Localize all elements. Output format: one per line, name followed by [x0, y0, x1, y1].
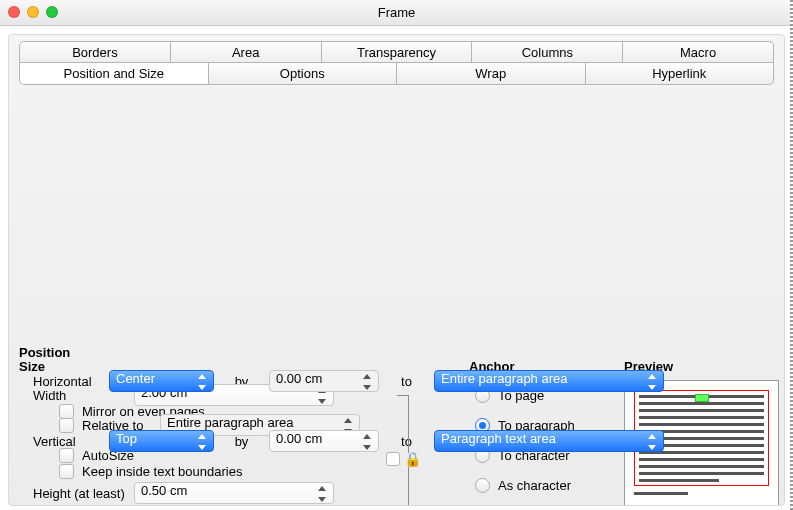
tab-options[interactable]: Options — [209, 63, 398, 85]
tab-macro[interactable]: Macro — [623, 41, 774, 63]
titlebar: Frame — [0, 0, 793, 26]
dialog-panel: Borders Area Transparency Columns Macro … — [8, 34, 785, 506]
v-to-select[interactable]: Paragraph text area — [434, 430, 664, 452]
keep-ratio-bracket: 🔒 — [389, 395, 417, 506]
anchor-as-character-label: As character — [498, 478, 571, 493]
tab-wrap[interactable]: Wrap — [397, 63, 586, 85]
tab-borders[interactable]: Borders — [19, 41, 171, 63]
tab-position-and-size[interactable]: Position and Size — [19, 63, 209, 85]
height-value: 0.50 cm — [141, 483, 187, 498]
v-by-field[interactable]: 0.00 cm — [269, 430, 379, 452]
lock-icon: 🔒 — [404, 451, 421, 467]
width-autosize-checkbox[interactable] — [59, 448, 74, 463]
chevron-updown-icon — [645, 373, 661, 391]
tab-columns[interactable]: Columns — [472, 41, 623, 63]
anchor-as-character-radio[interactable] — [475, 478, 490, 493]
h-by-field: 0.00 cm — [269, 370, 379, 392]
h-by-stepper — [360, 373, 376, 391]
tab-hyperlink[interactable]: Hyperlink — [586, 63, 775, 85]
chevron-updown-icon — [195, 373, 211, 391]
vertical-select[interactable]: Top — [109, 430, 214, 452]
chevron-updown-icon — [645, 433, 661, 451]
tab-area[interactable]: Area — [171, 41, 322, 63]
h-to-select[interactable]: Entire paragraph area — [434, 370, 664, 392]
height-stepper[interactable] — [315, 485, 331, 503]
keep-ratio-checkbox[interactable] — [386, 452, 400, 466]
preview-frame-marker — [695, 394, 709, 402]
mirror-checkbox[interactable] — [59, 404, 74, 419]
chevron-updown-icon — [195, 433, 211, 451]
width-relative-checkbox[interactable] — [59, 418, 74, 433]
tabbar-top: Borders Area Transparency Columns Macro — [19, 41, 774, 63]
window-title: Frame — [0, 0, 793, 26]
tab-transparency[interactable]: Transparency — [322, 41, 473, 63]
height-field[interactable]: 0.50 cm — [134, 482, 334, 504]
keep-inside-checkbox[interactable] — [59, 464, 74, 479]
tabbar-bottom: Position and Size Options Wrap Hyperlink — [19, 63, 774, 85]
v-by-stepper[interactable] — [360, 433, 376, 451]
height-label: Height (at least) — [19, 486, 134, 501]
horizontal-select[interactable]: Center — [109, 370, 214, 392]
